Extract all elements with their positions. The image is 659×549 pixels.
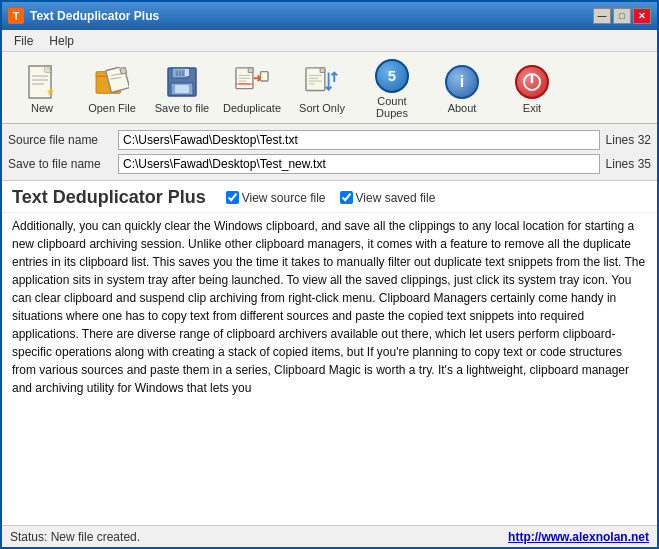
source-lines-label: Lines 32 <box>606 133 651 147</box>
menu-help[interactable]: Help <box>41 32 82 50</box>
window-title: Text Deduplicator Plus <box>30 9 593 23</box>
content-header: Text Deduplicator Plus View source file … <box>2 181 657 213</box>
svg-rect-26 <box>261 71 269 80</box>
save-file-label: Save to file name <box>8 157 118 171</box>
toolbar-dedup-button[interactable]: Deduplicate <box>218 57 286 119</box>
maximize-button[interactable]: □ <box>613 8 631 24</box>
about-label: About <box>448 102 477 114</box>
view-source-checkbox[interactable]: View source file <box>226 191 326 205</box>
toolbar: ★ New Open File <box>2 52 657 124</box>
toolbar-sort-button[interactable]: Sort Only <box>288 57 356 119</box>
title-buttons: — □ ✕ <box>593 8 651 24</box>
menu-file[interactable]: File <box>6 32 41 50</box>
content-area: Text Deduplicator Plus View source file … <box>2 181 657 525</box>
save-label: Save to file <box>155 102 209 114</box>
svg-marker-22 <box>248 67 253 72</box>
view-source-label: View source file <box>242 191 326 205</box>
toolbar-save-button[interactable]: Save to file <box>148 57 216 119</box>
view-saved-check[interactable] <box>340 191 353 204</box>
svg-rect-15 <box>185 69 189 76</box>
exit-label: Exit <box>523 102 541 114</box>
source-file-row: Source file name Lines 32 <box>8 129 651 151</box>
dedup-icon <box>234 64 270 100</box>
countdupes-label: Count Dupes <box>361 95 423 119</box>
open-icon <box>94 64 130 100</box>
view-saved-label: View saved file <box>356 191 436 205</box>
sort-icon <box>304 64 340 100</box>
svg-rect-17 <box>175 85 189 93</box>
save-icon <box>164 64 200 100</box>
main-window: T Text Deduplicator Plus — □ ✕ File Help <box>0 0 659 549</box>
close-button[interactable]: ✕ <box>633 8 651 24</box>
toolbar-countdupes-button[interactable]: 5 Count Dupes <box>358 57 426 119</box>
title-bar: T Text Deduplicator Plus — □ ✕ <box>2 2 657 30</box>
dedup-label: Deduplicate <box>223 102 281 114</box>
file-bars: Source file name Lines 32 Save to file n… <box>2 124 657 181</box>
open-label: Open File <box>88 102 136 114</box>
save-file-row: Save to file name Lines 35 <box>8 153 651 175</box>
countdupes-icon: 5 <box>374 59 410 93</box>
toolbar-new-button[interactable]: ★ New <box>8 57 76 119</box>
content-title: Text Deduplicator Plus <box>12 187 206 208</box>
save-lines-label: Lines 35 <box>606 157 651 171</box>
about-icon: i <box>444 64 480 100</box>
save-file-input[interactable] <box>118 154 600 174</box>
sort-label: Sort Only <box>299 102 345 114</box>
svg-marker-30 <box>320 67 325 72</box>
source-file-input[interactable] <box>118 130 600 150</box>
toolbar-exit-button[interactable]: Exit <box>498 57 566 119</box>
svg-marker-10 <box>120 67 127 74</box>
content-text[interactable]: Additionally, you can quickly clear the … <box>2 213 657 525</box>
menu-bar: File Help <box>2 30 657 52</box>
source-file-label: Source file name <box>8 133 118 147</box>
toolbar-open-button[interactable]: Open File <box>78 57 146 119</box>
exit-icon <box>514 64 550 100</box>
svg-text:★: ★ <box>46 86 55 97</box>
toolbar-about-button[interactable]: i About <box>428 57 496 119</box>
view-saved-checkbox[interactable]: View saved file <box>340 191 436 205</box>
new-label: New <box>31 102 53 114</box>
view-source-check[interactable] <box>226 191 239 204</box>
status-text: Status: New file created. <box>10 530 140 544</box>
view-options: View source file View saved file <box>226 191 436 205</box>
app-icon: T <box>8 8 24 24</box>
minimize-button[interactable]: — <box>593 8 611 24</box>
status-link[interactable]: http://www.alexnolan.net <box>508 530 649 544</box>
new-icon: ★ <box>24 64 60 100</box>
status-bar: Status: New file created. http://www.ale… <box>2 525 657 547</box>
